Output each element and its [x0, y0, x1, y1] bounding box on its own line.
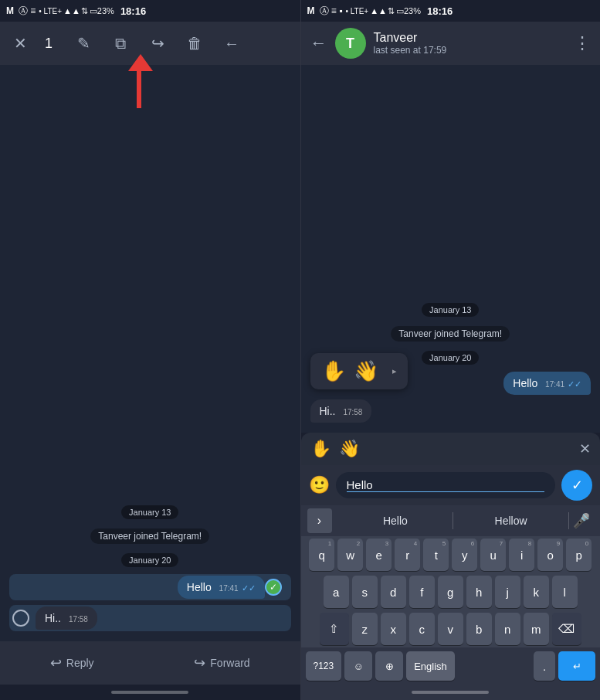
selected-count: 1 [45, 36, 53, 52]
emoji-tray-raised-hand[interactable]: ✋ [310, 439, 331, 459]
mic-button[interactable]: 🎤 [569, 508, 594, 533]
reply-button[interactable]: ↩ Reply [50, 654, 94, 671]
period-button[interactable]: . [534, 651, 555, 681]
back-button-top[interactable]: ← [219, 31, 244, 56]
suggest-expand-button[interactable]: › [307, 508, 332, 533]
key-j[interactable]: j [495, 576, 520, 608]
brand-right: M [307, 5, 315, 16]
key-k[interactable]: k [524, 576, 549, 608]
time-right: 18:16 [427, 5, 453, 17]
chat-area-left: January 13 Tanveer joined Telegram! Janu… [0, 65, 300, 641]
key-g[interactable]: g [438, 576, 463, 608]
wifi-left: ⇅ [81, 6, 88, 16]
more-options-button[interactable]: ⋮ [574, 33, 591, 53]
emoji-wave[interactable]: 👋 [354, 359, 378, 383]
key-z[interactable]: z [352, 613, 378, 645]
lte-right: • LTE+ [345, 7, 368, 15]
key-a[interactable]: a [324, 576, 349, 608]
suggest-word-hellow[interactable]: Hellow [453, 515, 568, 527]
key-m[interactable]: m [524, 613, 549, 645]
close-button[interactable]: ✕ [8, 31, 32, 56]
key-b[interactable]: b [466, 613, 492, 645]
key-s[interactable]: s [352, 576, 378, 608]
emoji-tray-close-button[interactable]: ✕ [579, 440, 591, 457]
key-r[interactable]: 4r [395, 539, 420, 571]
status-bar-right: M Ⓐ ≡ ▪ • LTE+ ▲▲ ⇅ ▭ 23% 18:16 [301, 0, 601, 22]
enter-button[interactable]: ↵ [558, 651, 595, 681]
symbols-button[interactable]: ?123 [306, 651, 342, 681]
msg-time-hello: 17:41 [219, 584, 239, 593]
emoji-input-button[interactable]: 🙂 [309, 475, 330, 495]
battery-pct-right: 23% [404, 6, 421, 15]
key-i[interactable]: 8i [509, 539, 534, 571]
emoji-keyboard-button[interactable]: ☺ [344, 651, 372, 681]
globe-keyboard-button[interactable]: ⊕ [375, 651, 403, 681]
emoji-wave-raised[interactable]: ✋ [321, 359, 346, 383]
lte-left: • LTE+ [39, 7, 62, 15]
status-bar-left: M Ⓐ ≡ • LTE+ ▲▲ ⇅ ▭ 23% 18:16 [0, 0, 300, 22]
key-f[interactable]: f [409, 576, 435, 608]
emoji-picker-area: ✋ 👋 ✕ [301, 433, 601, 465]
key-u[interactable]: 7u [480, 539, 506, 571]
header-info[interactable]: Tanveer last seen at 17:59 [374, 31, 567, 56]
copy-button[interactable]: ⧉ [108, 31, 133, 56]
key-v[interactable]: v [438, 613, 463, 645]
contact-status: last seen at 17:59 [374, 45, 567, 56]
emoji-tray-dots: ▸ [392, 366, 397, 376]
key-w[interactable]: 2w [337, 539, 363, 571]
forward-label: Forward [210, 657, 249, 669]
battery-left: ▭ [90, 6, 97, 16]
keyboard-row-2: a s d f g h j k l [301, 573, 601, 610]
key-t[interactable]: 5t [423, 539, 449, 571]
key-o[interactable]: 9o [537, 539, 563, 571]
key-c[interactable]: c [409, 613, 435, 645]
keyboard-row-3: ⇧ z x c v b n m ⌫ [301, 610, 601, 647]
select-circle-hi[interactable] [12, 610, 29, 627]
key-y[interactable]: 6y [452, 539, 477, 571]
message-input[interactable]: Hello [347, 478, 545, 492]
forward-button-top[interactable]: ↪ [145, 31, 170, 56]
brand-left: M [6, 5, 14, 16]
battery-right: ▭ [396, 6, 404, 16]
message-hi-row[interactable]: Hi.. 17:58 [9, 605, 291, 631]
home-bar-left [111, 691, 188, 694]
key-q[interactable]: 1q [309, 539, 334, 571]
message-hello-selected[interactable]: Hello 17:41 ✓✓ ✓ [9, 574, 291, 600]
reply-icon: ↩ [50, 654, 62, 671]
select-circle-hello[interactable]: ✓ [265, 579, 282, 596]
signal-icons-right: Ⓐ ≡ ▪ [320, 5, 343, 18]
keyboard-suggestions: › Hello Hellow 🎤 [301, 505, 601, 536]
key-h[interactable]: h [466, 576, 492, 608]
shift-key[interactable]: ⇧ [320, 613, 349, 645]
wifi-right: ⇅ [388, 6, 395, 16]
msg-text-hello-right: Hello [513, 377, 537, 389]
backspace-key[interactable]: ⌫ [552, 613, 581, 645]
date-label-jan13-right: January 13 [310, 303, 592, 317]
keyboard-row-1: 1q 2w 3e 4r 5t 6y 7u 8i 9o 0p [301, 536, 601, 573]
back-button[interactable]: ← [310, 33, 327, 53]
suggest-word-hello[interactable]: Hello [338, 515, 453, 527]
delete-button[interactable]: 🗑 [182, 31, 207, 56]
key-d[interactable]: d [381, 576, 406, 608]
system-msg-right: Tanveer joined Telegram! [310, 326, 592, 342]
message-input-wrapper: Hello [336, 472, 556, 498]
emoji-suggestion-popup: ✋ 👋 ▸ [310, 353, 408, 389]
key-l[interactable]: l [552, 576, 578, 608]
check-right: ✓✓ [568, 379, 581, 389]
key-n[interactable]: n [495, 613, 520, 645]
time-left: 18:16 [120, 5, 146, 17]
send-button[interactable]: ✓ [561, 470, 592, 501]
avatar: T [335, 28, 366, 59]
language-button[interactable]: English [406, 651, 455, 681]
key-x[interactable]: x [381, 613, 406, 645]
bubble-hi-received: Hi.. 17:58 [36, 607, 97, 630]
key-e[interactable]: 3e [366, 539, 392, 571]
emoji-tray-waving-hand[interactable]: 👋 [339, 439, 360, 459]
bottom-bar-left: ↩ Reply ↪ Forward [0, 641, 300, 685]
hi-msg-area: Hi.. 17:58 ✋ 👋 ▸ [310, 399, 592, 423]
edit-button[interactable]: ✎ [71, 31, 96, 56]
forward-button[interactable]: ↪ Forward [194, 654, 249, 671]
chat-area-right: January 13 Tanveer joined Telegram! Janu… [301, 65, 601, 433]
key-p[interactable]: 0p [566, 539, 592, 571]
keyboard-bottom-row: ?123 ☺ ⊕ English . ↵ [301, 647, 601, 685]
